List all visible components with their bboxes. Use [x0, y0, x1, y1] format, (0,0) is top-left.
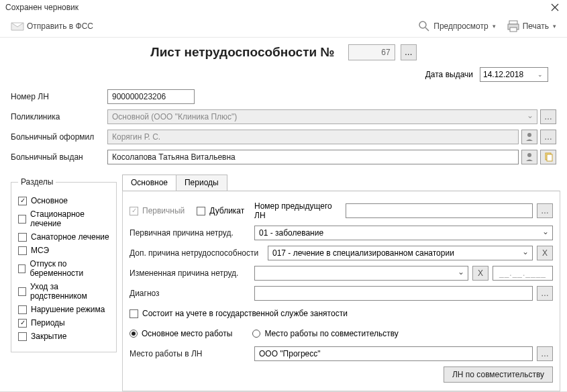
printer-icon [507, 19, 520, 33]
reason-changed-date-input[interactable]: __.__.____ [493, 266, 553, 281]
copy-icon [544, 152, 553, 162]
section-item[interactable]: Санаторное лечение [18, 232, 109, 242]
date-label: Дата выдачи [425, 70, 473, 79]
checkbox-icon [197, 207, 205, 215]
person-icon [525, 152, 534, 162]
radio-icon [130, 330, 138, 338]
svg-rect-7 [547, 154, 552, 161]
emp-center-checkbox[interactable]: Состоит на учете в государственной служб… [130, 309, 348, 318]
date-value: 14.12.2018 [483, 70, 535, 79]
print-button[interactable]: Печать ▾ [501, 17, 562, 36]
toolbar: Отправить в ФСС Предпросмотр ▾ Печать ▾ [0, 15, 567, 38]
checkbox-icon [18, 305, 27, 314]
checkbox-icon [18, 264, 25, 273]
checkbox-icon [18, 319, 27, 328]
content: Разделы Основное Стационарное лечение Са… [0, 172, 567, 391]
close-button[interactable] [548, 1, 562, 13]
primary-checkbox[interactable]: Первичный [130, 206, 185, 215]
checkbox-icon [18, 332, 27, 341]
send-fss-label: Отправить в ФСС [27, 21, 93, 31]
reason-add-select[interactable]: 017 - лечение в специализированном санат… [268, 246, 533, 260]
svg-point-0 [419, 21, 426, 28]
doctor-person-button[interactable] [521, 130, 537, 144]
diag-browse-button[interactable]: … [537, 286, 553, 301]
reason1-select[interactable]: 01 - заболевание [254, 226, 553, 240]
tab-bar: Основное Периоды [122, 175, 560, 191]
header-row: Лист нетрудоспособности № … [0, 38, 567, 64]
doctor-browse-button[interactable]: … [540, 130, 556, 144]
tab-periods[interactable]: Периоды [176, 175, 227, 191]
person-icon [525, 132, 534, 142]
chevron-down-icon: ▾ [493, 23, 496, 30]
svg-point-5 [527, 153, 531, 157]
clinic-select[interactable]: Основной (ООО "Клиника Плюс")⌄ [107, 109, 537, 124]
window-title: Сохранен черновик [5, 3, 79, 12]
tab-main[interactable]: Основное [122, 175, 176, 191]
reason1-label: Первичная причина нетруд. [130, 228, 250, 238]
section-item[interactable]: МСЭ [18, 246, 109, 255]
ln-side-button[interactable]: ЛН по совместительству [444, 366, 553, 383]
diag-input[interactable] [254, 286, 533, 301]
doc-number-browse-button[interactable]: … [401, 44, 417, 60]
sections-fieldset: Разделы Основное Стационарное лечение Са… [11, 177, 117, 352]
main-column: Основное Периоды Первичный Дубликат Номе… [122, 172, 560, 391]
patient-person-button[interactable] [521, 150, 537, 164]
page-title: Лист нетрудоспособности № [150, 45, 334, 60]
section-item[interactable]: Нарушение режима [18, 305, 109, 314]
date-row: Дата выдачи 14.12.2018 ⌄ [0, 64, 567, 89]
checkbox-icon [130, 207, 138, 215]
ln-number-input[interactable]: 900000023206 [107, 89, 195, 104]
section-item[interactable]: Отпуск по беременности [18, 259, 109, 278]
clinic-browse-button[interactable]: … [540, 109, 556, 124]
checkbox-icon [18, 233, 27, 242]
sections-legend: Разделы [18, 177, 56, 187]
svg-rect-1 [509, 21, 517, 24]
work-side-radio[interactable]: Место работы по совместительству [252, 329, 398, 338]
clinic-label: Поликлиника [11, 112, 105, 121]
section-item[interactable]: Стационарное лечение [18, 209, 109, 228]
checkbox-icon [18, 197, 27, 205]
checkbox-icon [18, 215, 26, 224]
title-bar: Сохранен черновик [0, 0, 567, 15]
duplicate-checkbox[interactable]: Дубликат [197, 206, 244, 215]
main-pane: Первичный Дубликат Номер предыдущего ЛН … [122, 191, 560, 391]
section-item[interactable]: Периоды [18, 318, 109, 328]
reason-changed-clear-button[interactable]: X [472, 266, 488, 281]
preview-label: Предпросмотр [433, 21, 488, 31]
date-input[interactable]: 14.12.2018 ⌄ [480, 67, 548, 82]
preview-button[interactable]: Предпросмотр ▾ [412, 17, 501, 36]
doctor-input[interactable]: Корягин Р. С. [107, 130, 519, 144]
top-fields: Номер ЛН 900000023206 Поликлиника Основн… [0, 89, 567, 172]
patient-input[interactable]: Косолапова Татьяна Витальевна [107, 150, 519, 164]
reason-add-label: Доп. причина нетрудоспособности [130, 248, 264, 258]
send-fss-button[interactable]: Отправить в ФСС [5, 17, 99, 36]
checkbox-icon [130, 309, 138, 318]
radio-icon [252, 330, 260, 338]
work-main-radio[interactable]: Основное место работы [130, 329, 232, 338]
section-item[interactable]: Основное [18, 196, 109, 205]
diag-label: Диагноз [130, 289, 250, 298]
prev-ln-input[interactable] [346, 203, 533, 218]
checkbox-icon [18, 246, 27, 255]
svg-rect-3 [510, 28, 517, 32]
magnifier-icon [417, 19, 431, 33]
work-in-ln-browse-button[interactable]: … [537, 346, 553, 361]
envelope-icon [11, 19, 24, 33]
prev-ln-browse-button[interactable]: … [537, 203, 553, 218]
reason-changed-select[interactable] [254, 266, 468, 281]
patient-copy-button[interactable] [540, 150, 556, 164]
ln-number-label: Номер ЛН [11, 92, 105, 101]
svg-point-4 [527, 133, 531, 137]
reason-add-clear-button[interactable]: X [537, 246, 553, 260]
chevron-down-icon: ⌄ [535, 71, 545, 78]
section-item[interactable]: Закрытие [18, 332, 109, 341]
print-label: Печать [523, 21, 549, 31]
chevron-down-icon: ▾ [553, 23, 556, 30]
sections-column: Разделы Основное Стационарное лечение Са… [11, 172, 117, 391]
doctor-label: Больничный оформил [11, 132, 105, 142]
reason-changed-label: Измененная причина нетруд. [130, 268, 250, 278]
section-item[interactable]: Уход за родственником [18, 282, 109, 301]
doc-number-input[interactable] [348, 44, 395, 60]
prev-ln-label: Номер предыдущего ЛН [254, 201, 342, 220]
work-in-ln-input[interactable]: ООО "Прогресс" [254, 346, 533, 361]
